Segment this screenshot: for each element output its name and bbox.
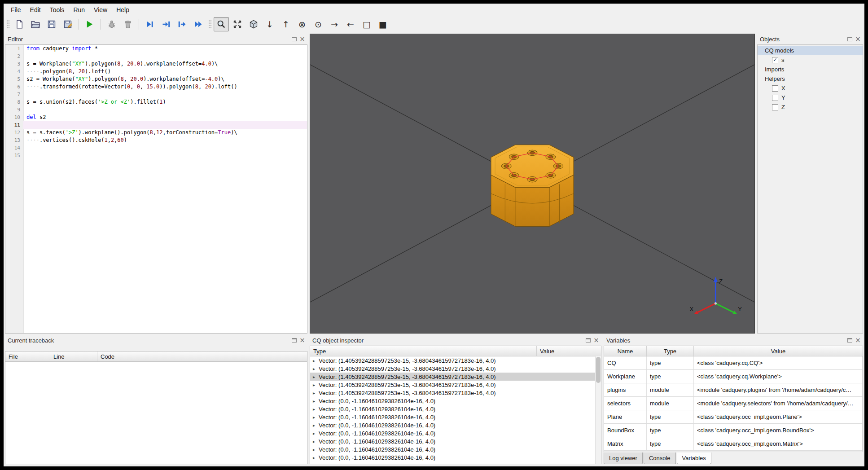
- expand-icon[interactable]: ▸: [313, 431, 319, 436]
- column-header-name[interactable]: Name: [604, 346, 647, 356]
- fit-all-button[interactable]: [230, 17, 245, 31]
- zoom-fit-toggle[interactable]: [214, 17, 229, 31]
- expand-icon[interactable]: ▸: [313, 455, 319, 460]
- new-file-button[interactable]: [12, 17, 27, 31]
- code-line[interactable]: 3s = Workplane("XY").polygon(8, 20.0).wo…: [5, 60, 307, 68]
- expand-icon[interactable]: ▸: [313, 415, 319, 420]
- close-icon[interactable]: ×: [855, 337, 861, 344]
- tree-item-x[interactable]: X: [758, 83, 863, 93]
- inspector-row[interactable]: ▸Vector: (0.0, -1.1604610293826104e-16, …: [310, 437, 601, 445]
- code-line[interactable]: 1from cadquery import *: [5, 45, 307, 53]
- code-line[interactable]: 12s = s.faces('>Z').workplane().polygon(…: [5, 129, 307, 136]
- tree-item-z[interactable]: Z: [758, 102, 863, 112]
- tab-log-viewer[interactable]: Log viewer: [604, 452, 643, 464]
- close-icon[interactable]: ×: [593, 337, 600, 344]
- checkbox-s[interactable]: ✓: [772, 57, 778, 63]
- close-icon[interactable]: ×: [299, 337, 306, 344]
- wireframe-button[interactable]: □: [359, 17, 374, 31]
- float-icon[interactable]: [847, 338, 852, 343]
- column-header-type[interactable]: Type: [647, 346, 694, 356]
- code-line[interactable]: 11: [5, 121, 307, 129]
- expand-icon[interactable]: ▸: [313, 447, 319, 452]
- close-icon[interactable]: ×: [299, 36, 306, 43]
- code-line[interactable]: 4····.polygon(8, 20).loft(): [5, 68, 307, 75]
- code-line[interactable]: 8s = s.union(s2).faces('>Z or <Z').fille…: [5, 98, 307, 106]
- menu-help[interactable]: Help: [112, 5, 134, 15]
- save-button[interactable]: [44, 17, 59, 31]
- inspector-row[interactable]: ▸Vector: (1.4053924288597253e-15, -3.680…: [310, 365, 601, 373]
- tree-group-cq-models[interactable]: CQ models: [758, 46, 863, 55]
- inspector-row[interactable]: ▸Vector: (0.0, -1.1604610293826104e-16, …: [310, 445, 601, 453]
- expand-icon[interactable]: ▸: [313, 366, 319, 371]
- inspector-row[interactable]: ▸Vector: (1.4053924288597253e-15, -3.680…: [310, 389, 601, 397]
- tree-group-imports[interactable]: Imports: [758, 65, 863, 74]
- open-file-button[interactable]: [28, 17, 43, 31]
- expand-icon[interactable]: ▸: [313, 423, 319, 428]
- column-header-file[interactable]: File: [5, 351, 50, 361]
- checkbox-x[interactable]: [772, 85, 778, 92]
- variable-row[interactable]: Matrixtype<class 'cadquery.occ_impl.geom…: [604, 437, 863, 451]
- code-line[interactable]: 10del s2: [5, 114, 307, 121]
- checkbox-z[interactable]: [772, 104, 778, 110]
- column-header-value[interactable]: Value: [694, 346, 863, 356]
- code-line[interactable]: 2: [5, 53, 307, 60]
- menu-tools[interactable]: Tools: [45, 5, 69, 15]
- continue-button[interactable]: [191, 17, 206, 31]
- step-button[interactable]: [142, 17, 158, 31]
- expand-icon[interactable]: ▸: [313, 407, 319, 412]
- float-icon[interactable]: [292, 37, 297, 41]
- expand-icon[interactable]: ▸: [313, 374, 319, 379]
- expand-icon[interactable]: ▸: [313, 439, 319, 444]
- inspector-row[interactable]: ▸Vector: (1.4053924288597253e-15, -3.680…: [310, 381, 601, 389]
- variable-row[interactable]: pluginsmodule<module 'cadquery.plugins' …: [604, 383, 863, 397]
- expand-icon[interactable]: ▸: [313, 391, 319, 395]
- run-button[interactable]: [82, 17, 97, 31]
- back-view-button[interactable]: ⊗: [294, 17, 310, 31]
- step-return-button[interactable]: [175, 17, 190, 31]
- tree-item-s[interactable]: ✓s: [758, 55, 863, 65]
- code-line[interactable]: 6····.transformed(rotate=Vector(0, 0, 15…: [5, 83, 307, 91]
- column-header-value[interactable]: Value: [537, 346, 601, 356]
- scrollbar[interactable]: [595, 356, 601, 464]
- bottom-view-button[interactable]: ↑: [278, 17, 294, 31]
- code-line[interactable]: 9: [5, 106, 307, 114]
- code-line[interactable]: 14: [5, 144, 307, 152]
- tab-variables[interactable]: Variables: [677, 452, 711, 464]
- code-line[interactable]: 5s2 = Workplane("XY").polygon(8, 20.0).w…: [5, 75, 307, 83]
- checkbox-y[interactable]: [772, 95, 778, 101]
- inspector-row[interactable]: ▸Vector: (0.0, -1.1604610293826104e-16, …: [310, 453, 601, 461]
- column-header-type[interactable]: Type: [310, 346, 537, 356]
- close-icon[interactable]: ×: [855, 36, 861, 43]
- code-line[interactable]: 7: [5, 91, 307, 98]
- variable-row[interactable]: Workplanetype<class 'cadquery.cq.Workpla…: [604, 370, 863, 383]
- inspector-row[interactable]: ▸Vector: (1.4053924288597253e-15, -3.680…: [310, 373, 601, 381]
- left-view-button[interactable]: →: [327, 17, 342, 31]
- menu-run[interactable]: Run: [69, 5, 89, 15]
- top-view-button[interactable]: ↓: [262, 17, 277, 31]
- float-icon[interactable]: [586, 338, 591, 343]
- float-icon[interactable]: [847, 37, 852, 41]
- iso-view-button[interactable]: [246, 17, 261, 31]
- menu-view[interactable]: View: [89, 5, 112, 15]
- variable-row[interactable]: selectorsmodule<module 'cadquery.selecto…: [604, 397, 863, 410]
- expand-icon[interactable]: ▸: [313, 382, 319, 387]
- inspector-row[interactable]: ▸Vector: (0.0, -1.1604610293826104e-16, …: [310, 413, 601, 421]
- step-in-button[interactable]: [158, 17, 174, 31]
- code-editor[interactable]: 1from cadquery import *23s = Workplane("…: [5, 44, 307, 334]
- viewport-3d[interactable]: Z Y X: [310, 34, 755, 334]
- viewport-canvas[interactable]: Z Y X: [310, 34, 754, 333]
- variable-row[interactable]: Planetype<class 'cadquery.occ_impl.geom.…: [604, 410, 863, 424]
- right-view-button[interactable]: ←: [343, 17, 358, 31]
- expand-icon[interactable]: ▸: [313, 399, 319, 404]
- inspector-row[interactable]: ▸Vector: (0.0, -1.1604610293826104e-16, …: [310, 405, 601, 413]
- shaded-button[interactable]: ■: [375, 17, 390, 31]
- menu-file[interactable]: File: [6, 5, 26, 15]
- variable-row[interactable]: BoundBoxtype<class 'cadquery.occ_impl.ge…: [604, 424, 863, 437]
- front-view-button[interactable]: ⊙: [311, 17, 326, 31]
- debug-button[interactable]: [104, 17, 119, 31]
- inspector-row[interactable]: ▸Vector: (0.0, -1.1604610293826104e-16, …: [310, 421, 601, 429]
- column-header-line[interactable]: Line: [50, 351, 97, 361]
- tab-console[interactable]: Console: [644, 452, 676, 464]
- cad-part[interactable]: [491, 145, 574, 227]
- save-as-button[interactable]: [60, 17, 75, 31]
